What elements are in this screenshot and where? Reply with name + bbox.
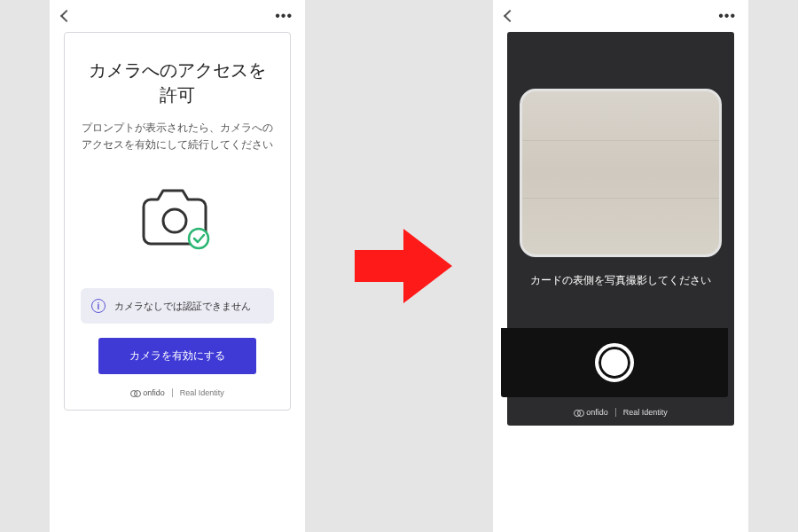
arrow-icon bbox=[355, 223, 452, 309]
notice-text: カメラなしでは認証できません bbox=[114, 300, 251, 313]
permission-subtitle: プロンプトが表示されたら、カメラへのアクセスを有効にして続行してください bbox=[81, 120, 274, 153]
footer: onfido Real Identity bbox=[81, 388, 274, 397]
more-icon[interactable]: ••• bbox=[275, 8, 293, 24]
svg-point-0 bbox=[163, 209, 186, 232]
footer-brand: onfido bbox=[586, 408, 608, 417]
capture-view: カードの表側を写真撮影してください onfido Real Identity bbox=[507, 32, 734, 426]
onfido-logo: onfido bbox=[574, 408, 608, 417]
onfido-logo: onfido bbox=[130, 388, 165, 397]
phone-permission-screen: ••• カメラへのアクセスを許可 プロンプトが表示されたら、カメラへのアクセスを… bbox=[50, 0, 305, 532]
footer-divider bbox=[172, 388, 173, 397]
back-icon[interactable] bbox=[504, 10, 516, 22]
camera-check-icon bbox=[81, 180, 274, 253]
footer-tag: Real Identity bbox=[623, 408, 668, 417]
notice-banner: i カメラなしでは認証できません bbox=[81, 288, 274, 324]
topbar: ••• bbox=[493, 0, 748, 32]
permission-card: カメラへのアクセスを許可 プロンプトが表示されたら、カメラへのアクセスを有効にし… bbox=[64, 32, 291, 411]
enable-camera-button[interactable]: カメラを有効にする bbox=[98, 338, 257, 374]
svg-point-1 bbox=[189, 229, 208, 248]
back-icon[interactable] bbox=[60, 10, 73, 22]
more-icon[interactable]: ••• bbox=[718, 8, 736, 24]
phone-capture-screen: ••• カードの表側を写真撮影してください onfido Real Identi… bbox=[493, 0, 748, 532]
shutter-button[interactable] bbox=[595, 343, 634, 382]
footer: onfido Real Identity bbox=[574, 408, 668, 417]
svg-marker-2 bbox=[355, 229, 452, 303]
onfido-mark-icon bbox=[130, 388, 139, 397]
footer-brand: onfido bbox=[143, 388, 165, 397]
footer-divider bbox=[615, 408, 616, 417]
footer-tag: Real Identity bbox=[180, 388, 224, 397]
topbar: ••• bbox=[50, 0, 305, 32]
permission-title: カメラへのアクセスを許可 bbox=[81, 58, 274, 107]
card-frame bbox=[520, 89, 722, 257]
capture-instruction: カードの表側を写真撮影してください bbox=[530, 273, 711, 288]
shutter-bar bbox=[501, 328, 728, 397]
info-icon: i bbox=[91, 299, 106, 313]
onfido-mark-icon bbox=[574, 408, 583, 417]
